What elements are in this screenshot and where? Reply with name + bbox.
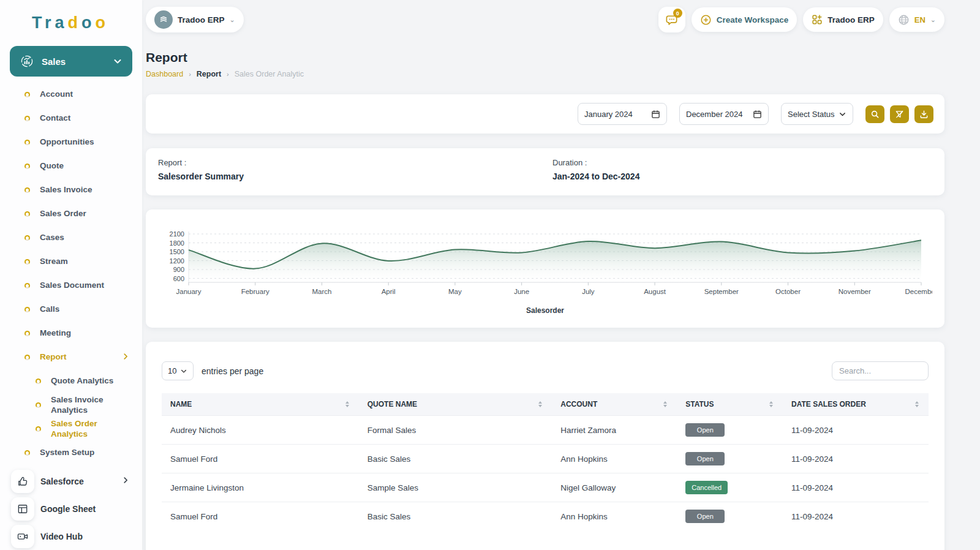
- erp-workspace-button[interactable]: Tradoo ERP: [803, 7, 883, 32]
- sort-icon[interactable]: [345, 401, 352, 407]
- sort-icon[interactable]: [663, 401, 669, 407]
- notifications-button[interactable]: 0: [658, 7, 685, 32]
- breadcrumb-dashboard[interactable]: Dashboard: [146, 70, 183, 78]
- table-row[interactable]: Samuel FordBasic SalesAnn HopkinsOpen11-…: [162, 502, 929, 531]
- sidebar-tools: SalesforceGoogle SheetVideo Hub: [0, 467, 142, 550]
- status-badge: Open: [685, 423, 725, 437]
- report-summary: Report : Salesorder Summary Duration : J…: [146, 148, 944, 195]
- column-header-status[interactable]: STATUS: [677, 393, 783, 416]
- sidebar-item-quote-analytics[interactable]: Quote Analytics: [0, 369, 142, 393]
- sidebar-item-label: Video Hub: [40, 532, 130, 541]
- sidebar-item-sales-order[interactable]: Sales Order: [0, 202, 142, 226]
- x-axis-month-label: December: [905, 288, 932, 295]
- breadcrumb-report[interactable]: Report: [197, 70, 221, 78]
- search-icon: [870, 110, 880, 119]
- clear-filter-icon: [895, 110, 904, 119]
- sort-icon[interactable]: [769, 401, 775, 407]
- report-value: Salesorder Summary: [158, 171, 552, 181]
- sidebar-item-salesforce[interactable]: Salesforce: [0, 467, 142, 495]
- status-badge: Open: [685, 510, 725, 523]
- sidebar-item-google-sheet[interactable]: Google Sheet: [0, 495, 142, 522]
- sidebar-item-account[interactable]: Account: [0, 83, 142, 107]
- sidebar-item-sales-invoice[interactable]: Sales Invoice: [0, 178, 142, 202]
- page-size-select[interactable]: 10: [162, 361, 194, 380]
- sidebar-item-video-hub[interactable]: Video Hub: [0, 522, 142, 550]
- table-row[interactable]: Samuel FordBasic SalesAnn HopkinsOpen11-…: [162, 445, 929, 473]
- status-select[interactable]: Select Status: [781, 103, 853, 125]
- table-row[interactable]: Audrey NicholsFormal SalesHarriet Zamora…: [162, 416, 929, 445]
- cell-name: Jermaine Livingston: [162, 473, 359, 502]
- brand-logo[interactable]: Tradoo: [0, 0, 142, 41]
- create-workspace-button[interactable]: Create Workspace: [692, 7, 797, 32]
- filter-actions: [865, 105, 933, 123]
- sidebar-item-label: Stream: [40, 257, 130, 267]
- table-controls: 10 entries per page: [162, 361, 929, 380]
- download-button[interactable]: [914, 105, 933, 123]
- sort-icon[interactable]: [915, 401, 921, 407]
- table-search-input[interactable]: [832, 361, 929, 380]
- column-label: DATE SALES ORDER: [791, 400, 866, 409]
- search-button[interactable]: [865, 105, 884, 123]
- sidebar-item-contact[interactable]: Contact: [0, 107, 142, 130]
- sidebar-item-cases[interactable]: Cases: [0, 226, 142, 250]
- sidebar-section-sales[interactable]: Sales: [10, 46, 132, 77]
- sidebar-item-meeting[interactable]: Meeting: [0, 322, 142, 345]
- clear-filter-button[interactable]: [890, 105, 909, 123]
- x-axis-month-label: January: [176, 288, 202, 295]
- workspace-grid-icon: [812, 14, 823, 25]
- chevron-down-icon: [180, 367, 187, 375]
- bullet-icon: [36, 426, 41, 432]
- chart-card: 6009001200150018002100JanuaryFebruaryMar…: [146, 209, 944, 328]
- start-date-value: January 2024: [584, 110, 633, 119]
- sidebar-item-sales-order-analytics[interactable]: Sales Order Analytics: [0, 417, 142, 441]
- sidebar-item-sales-invoice-analytics[interactable]: Sales Invoice Analytics: [0, 393, 142, 417]
- report-label: Report :: [158, 158, 552, 167]
- sidebar-item-report[interactable]: Report: [0, 345, 142, 369]
- page-title: Report: [146, 50, 944, 65]
- language-selector[interactable]: EN ⌄: [889, 7, 944, 32]
- create-workspace-icon: [700, 14, 712, 26]
- column-header-date-sales-order[interactable]: DATE SALES ORDER: [783, 393, 929, 416]
- sidebar-item-quote[interactable]: Quote: [0, 154, 142, 178]
- breadcrumb-separator: ›: [227, 70, 229, 78]
- column-header-account[interactable]: ACCOUNT: [552, 393, 677, 416]
- end-date-input[interactable]: December 2024: [679, 103, 769, 125]
- sidebar-item-stream[interactable]: Stream: [0, 250, 142, 274]
- filter-bar: January 2024 December 2024 Select Status: [146, 94, 944, 134]
- breadcrumb-current: Sales Order Analytic: [235, 70, 304, 78]
- status-badge: Cancelled: [685, 481, 728, 494]
- sidebar-item-sales-document[interactable]: Sales Document: [0, 274, 142, 298]
- table-row[interactable]: Jermaine LivingstonSample SalesNigel Gal…: [162, 473, 929, 502]
- status-select-value: Select Status: [788, 110, 835, 119]
- status-badge: Open: [685, 452, 725, 465]
- x-axis-month-label: October: [775, 288, 801, 295]
- column-header-quote-name[interactable]: QUOTE NAME: [359, 393, 552, 416]
- sidebar-menu: AccountContactOpportunitiesQuoteSales In…: [0, 83, 142, 465]
- sidebar-item-opportunities[interactable]: Opportunities: [0, 130, 142, 154]
- sales-chart-icon: [20, 54, 34, 69]
- globe-icon: [898, 14, 910, 26]
- breadcrumb-separator: ›: [189, 70, 191, 78]
- table-card: 10 entries per page NAMEQUOTE NAMEACCOUN…: [146, 342, 944, 550]
- workspace-selector[interactable]: Tradoo ERP ⌄: [146, 7, 244, 32]
- cell-quote-name: Basic Sales: [359, 502, 552, 531]
- sidebar-item-calls[interactable]: Calls: [0, 298, 142, 322]
- topbar: Tradoo ERP ⌄ 0: [146, 6, 944, 33]
- column-label: NAME: [170, 400, 192, 409]
- start-date-input[interactable]: January 2024: [578, 103, 667, 125]
- table-grid-icon: [11, 497, 34, 521]
- sort-icon[interactable]: [538, 401, 545, 407]
- x-axis-month-label: July: [582, 288, 595, 295]
- y-axis-tick: 2100: [170, 230, 184, 238]
- sidebar-item-system-setup[interactable]: System Setup: [0, 441, 142, 465]
- column-label: QUOTE NAME: [368, 400, 417, 409]
- bullet-icon: [24, 307, 30, 312]
- x-axis-month-label: November: [839, 288, 871, 295]
- column-header-name[interactable]: NAME: [162, 393, 359, 416]
- sidebar-item-label: Calls: [40, 304, 130, 315]
- cell-name: Audrey Nichols: [162, 416, 359, 445]
- sidebar-item-label: Google Sheet: [40, 504, 130, 514]
- table-header: NAMEQUOTE NAMEACCOUNTSTATUSDATE SALES OR…: [162, 393, 929, 416]
- column-label: STATUS: [685, 400, 714, 409]
- workspace-label: Tradoo ERP: [178, 15, 225, 24]
